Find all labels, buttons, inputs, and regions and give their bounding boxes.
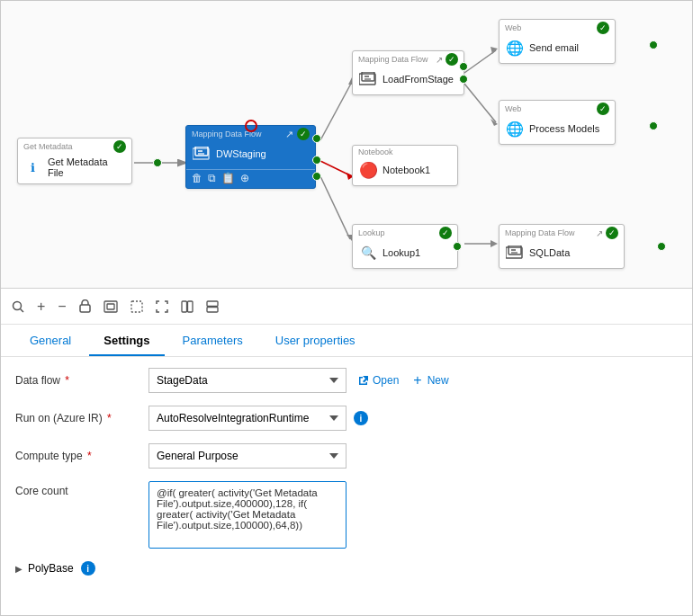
info-icon-run-on[interactable]: i — [354, 411, 368, 425]
layout-icon[interactable] — [206, 300, 219, 313]
fit-all-icon[interactable] — [104, 300, 118, 313]
svg-marker-10 — [490, 119, 498, 126]
clone-icon[interactable]: ⧉ — [208, 172, 216, 184]
add-icon[interactable]: ⊕ — [240, 172, 249, 184]
open-button[interactable]: Open — [354, 374, 402, 387]
connector-dot-3 — [312, 156, 321, 165]
connector-dot-1 — [153, 158, 162, 167]
svg-line-1 — [320, 82, 352, 140]
svg-rect-33 — [207, 301, 218, 307]
core-count-label: Core count — [15, 481, 141, 497]
delete-icon[interactable]: 🗑 — [192, 172, 202, 184]
svg-line-9 — [464, 84, 496, 122]
svg-line-3 — [320, 161, 352, 176]
compute-type-label: Compute type * — [15, 450, 141, 462]
canvas-area: Get Metadata ✓ ℹ Get Metadata File Mappi… — [1, 1, 692, 289]
svg-rect-29 — [107, 304, 114, 309]
open-icon — [357, 375, 369, 387]
compute-type-select[interactable]: General Purpose — [148, 443, 346, 469]
node-lookup1[interactable]: Lookup ✓ 🔍 Lookup1 — [352, 224, 458, 269]
notebook-icon: 🔴 — [358, 160, 378, 180]
connector-dot-2 — [312, 134, 321, 143]
connector-dot-lfs2 — [459, 75, 468, 84]
connector-dot-lfs1 — [459, 62, 468, 71]
connector-dot-4 — [312, 172, 321, 181]
svg-rect-28 — [104, 301, 117, 312]
svg-point-25 — [14, 301, 22, 309]
svg-rect-32 — [187, 301, 193, 312]
polybase-label: PolyBase — [28, 562, 74, 575]
info-icon-polybase[interactable]: i — [81, 561, 95, 576]
tab-parameters[interactable]: Parameters — [168, 326, 257, 356]
connector-dot-pm-r — [649, 121, 658, 130]
polybase-row: ▶ PolyBase i — [15, 561, 678, 576]
core-count-row: Core count @if( greater( activity('Get M… — [15, 481, 678, 549]
fit-selection-icon[interactable] — [130, 300, 143, 313]
toolbar: + − — [1, 289, 692, 325]
tab-user-properties[interactable]: User properties — [261, 326, 370, 356]
tab-settings[interactable]: Settings — [89, 326, 164, 356]
zoom-in-icon[interactable]: + — [37, 299, 45, 315]
node-send-email[interactable]: Web ✓ 🌐 Send email — [499, 19, 616, 64]
connector-dot-sql-r — [657, 242, 666, 251]
copy-icon[interactable]: 📋 — [221, 172, 235, 184]
dataflow-icon-lfs — [358, 69, 378, 89]
svg-line-26 — [21, 308, 24, 312]
tab-general[interactable]: General — [15, 326, 86, 356]
main-container: Get Metadata ✓ ℹ Get Metadata File Mappi… — [0, 0, 693, 616]
run-on-label: Run on (Azure IR) * — [15, 412, 141, 424]
metadata-icon: ℹ — [23, 157, 43, 177]
node-get-metadata[interactable]: Get Metadata ✓ ℹ Get Metadata File — [17, 138, 132, 184]
web-icon-email: 🌐 — [505, 38, 525, 58]
open-external-icon[interactable]: ↗ — [285, 129, 293, 140]
check-badge-sql: ✓ — [606, 227, 618, 239]
dataflow-icon-sql — [505, 243, 525, 263]
svg-line-7 — [464, 50, 496, 73]
node-sql-data[interactable]: Mapping Data Flow ↗ ✓ SQLData — [499, 224, 625, 269]
core-count-textarea[interactable]: @if( greater( activity('Get Metadata Fil… — [148, 481, 346, 549]
settings-panel: Data flow * StageData Open + New Run on … — [1, 357, 692, 615]
svg-rect-27 — [80, 305, 90, 312]
new-button[interactable]: + New — [410, 373, 452, 388]
node-process-models[interactable]: Web ✓ 🌐 Process Models — [499, 100, 616, 145]
circle-top — [245, 120, 257, 132]
svg-marker-8 — [490, 47, 498, 54]
lock-icon[interactable] — [79, 299, 91, 313]
data-flow-label: Data flow * — [15, 374, 141, 387]
check-badge-email: ✓ — [597, 22, 609, 34]
tabs-bar: General Settings Parameters User propert… — [1, 325, 692, 357]
lookup-icon: 🔍 — [358, 243, 378, 263]
svg-rect-30 — [131, 301, 142, 312]
open-icon-lfs[interactable]: ↗ — [436, 55, 443, 65]
check-badge-staging: ✓ — [297, 128, 310, 140]
svg-marker-12 — [490, 240, 498, 247]
web-icon-pm: 🌐 — [505, 119, 525, 138]
search-icon[interactable] — [12, 300, 24, 313]
data-flow-row: Data flow * StageData Open + New — [15, 368, 678, 393]
connector-dot-email-r — [649, 40, 658, 49]
expand-icon[interactable]: ▶ — [15, 564, 22, 574]
node-dw-staging[interactable]: Mapping Data Flow ↗ ✓ DWStaging — [185, 125, 316, 189]
check-badge-pm: ✓ — [597, 103, 609, 115]
check-badge-lfs: ✓ — [446, 53, 458, 66]
node-notebook1[interactable]: Notebook 🔴 Notebook1 — [352, 145, 458, 186]
run-on-select[interactable]: AutoResolveIntegrationRuntime — [148, 406, 346, 431]
node-load-from-stage[interactable]: Mapping Data Flow ↗ ✓ LoadFromStage — [352, 50, 464, 95]
connector-dot-lu1 — [453, 242, 462, 251]
compute-type-row: Compute type * General Purpose — [15, 443, 678, 469]
open-icon-sql[interactable]: ↗ — [596, 228, 603, 238]
data-flow-select[interactable]: StageData — [148, 368, 346, 393]
zoom-out-icon[interactable]: − — [58, 299, 66, 315]
split-icon[interactable] — [181, 300, 194, 313]
svg-rect-31 — [182, 301, 187, 312]
svg-line-5 — [320, 176, 350, 239]
check-badge-lookup: ✓ — [439, 227, 452, 239]
dataflow-icon-staging — [192, 144, 212, 164]
check-badge-metadata: ✓ — [113, 140, 126, 153]
svg-rect-34 — [207, 307, 218, 312]
frame-icon[interactable] — [156, 300, 168, 313]
run-on-row: Run on (Azure IR) * AutoResolveIntegrati… — [15, 406, 678, 431]
plus-icon: + — [413, 373, 421, 388]
